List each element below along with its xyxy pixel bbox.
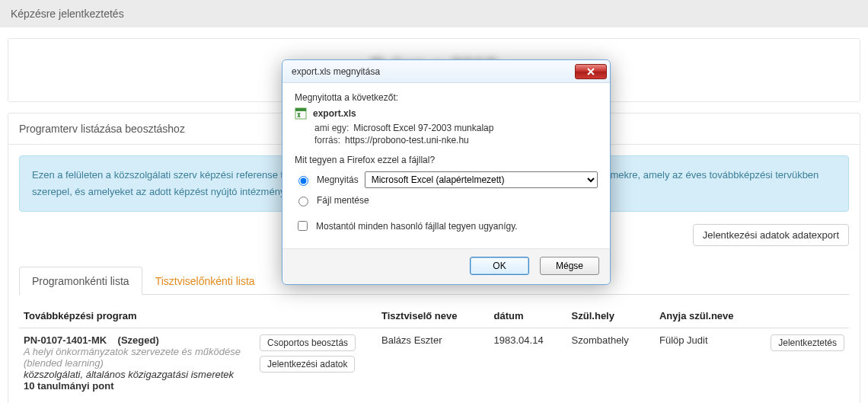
open-with-select[interactable]: Microsoft Excel (alapértelmezett) — [365, 171, 598, 188]
dialog-title: export.xls megnyitása — [292, 66, 380, 77]
page-topbar: Képzésre jelentkeztetés — [0, 0, 868, 27]
dialog-type-value: Microsoft Excel 97-2003 munkalap — [353, 123, 493, 133]
dialog-close-button[interactable] — [575, 64, 607, 79]
save-radio[interactable] — [298, 197, 308, 206]
th-actions-left — [255, 304, 377, 328]
dialog-ok-button[interactable]: OK — [470, 257, 529, 275]
svg-rect-1 — [295, 108, 306, 111]
cell-official-name: Balázs Eszter — [377, 328, 490, 398]
excel-file-icon — [295, 107, 307, 120]
group-assignment-button[interactable]: Csoportos beosztás — [260, 334, 356, 351]
table-row: PN-0107-1401-MK (Szeged) A helyi önkormá… — [19, 328, 849, 398]
dialog-type-label: ami egy: — [314, 123, 349, 133]
program-tags: közszolgálati, általános közigazgatási i… — [24, 369, 251, 380]
open-radio[interactable] — [298, 176, 308, 186]
th-birthplace: Szül.hely — [567, 304, 655, 328]
program-code: PN-0107-1401-MK — [24, 334, 107, 346]
save-label: Fájl mentése — [317, 195, 369, 206]
program-table: Továbbképzési program Tisztviselő neve d… — [19, 304, 849, 398]
file-download-dialog: export.xls megnyitása Megnyitotta a köve… — [282, 59, 611, 285]
program-city: (Szeged) — [118, 334, 159, 346]
tab-program-list[interactable]: Programonkénti lista — [19, 267, 142, 295]
tab-official-list[interactable]: Tisztviselőnkénti lista — [142, 267, 268, 295]
close-icon — [586, 68, 595, 75]
dialog-filename: export.xls — [313, 108, 356, 119]
registration-data-button[interactable]: Jelentkezési adatok — [260, 356, 355, 373]
dialog-source-value: https://probono-test.uni-nke.hu — [345, 135, 469, 146]
open-label: Megnyitás — [317, 174, 359, 185]
program-title: A helyi önkormányzatok szervezete és műk… — [24, 346, 251, 357]
remember-checkbox[interactable] — [298, 221, 308, 231]
th-date: dátum — [490, 304, 567, 328]
cell-mother: Fülöp Judit — [655, 328, 765, 398]
dialog-question: Mit tegyen a Firefox ezzel a fájllal? — [295, 155, 598, 165]
th-actions-right — [765, 304, 849, 328]
export-button[interactable]: Jelentkezési adatok adatexport — [693, 224, 849, 246]
dialog-opened-label: Megnyitotta a következőt: — [295, 92, 598, 103]
dialog-cancel-button[interactable]: Mégse — [540, 257, 599, 275]
page-title: Képzésre jelentkeztetés — [11, 8, 124, 20]
program-points: 10 tanulmányi pont — [24, 380, 113, 392]
cell-date: 1983.04.14 — [490, 328, 567, 398]
th-official: Tisztviselő neve — [377, 304, 490, 328]
remember-label: Mostantól minden hasonló fájllal tegyen … — [316, 221, 518, 232]
register-button[interactable]: Jelentkeztetés — [771, 334, 844, 351]
dialog-source-label: forrás: — [314, 135, 340, 146]
cell-birthplace: Szombathely — [567, 328, 655, 398]
th-mother: Anyja szül.neve — [655, 304, 765, 328]
th-program: Továbbképzési program — [19, 304, 255, 328]
program-mode: (blended learning) — [24, 357, 251, 369]
